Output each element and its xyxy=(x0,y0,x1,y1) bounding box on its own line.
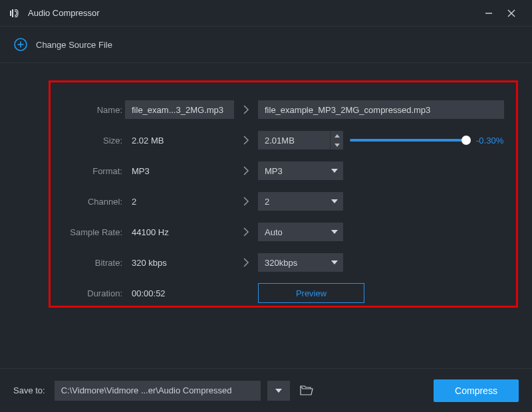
settings-panel: Name: file_exam...3_2MG.mp3 file_example… xyxy=(49,80,518,308)
size-percent: -0.30% xyxy=(476,136,503,146)
size-slider[interactable] xyxy=(350,139,467,142)
chevron-down-icon xyxy=(275,389,282,393)
preview-button[interactable]: Preview xyxy=(258,283,364,303)
row-name: Name: file_exam...3_2MG.mp3 file_example… xyxy=(59,94,508,125)
svg-marker-11 xyxy=(331,199,338,203)
add-source-icon[interactable] xyxy=(13,37,28,52)
format-dropdown-value: MP3 xyxy=(265,166,331,176)
open-folder-button[interactable] xyxy=(297,381,317,401)
titlebar: Audio Compressor xyxy=(0,0,532,27)
name-output-field[interactable]: file_example_MP3_2MG_compressed.mp3 xyxy=(258,100,504,119)
format-source-value: MP3 xyxy=(125,161,234,180)
bitrate-dropdown[interactable]: 320kbps xyxy=(258,253,343,272)
format-label: Format: xyxy=(59,166,125,176)
row-sample-rate: Sample Rate: 44100 Hz Auto xyxy=(59,217,508,247)
name-label: Name: xyxy=(59,105,125,115)
arrow-icon xyxy=(234,135,258,146)
bitrate-source-value: 320 kbps xyxy=(125,253,234,272)
chevron-down-icon xyxy=(331,199,338,203)
compress-button[interactable]: Compress xyxy=(434,379,519,402)
svg-marker-14 xyxy=(275,389,282,393)
bottom-bar: Save to: C:\Vidmore\Vidmore ...er\Audio … xyxy=(0,368,532,412)
channel-source-value: 2 xyxy=(125,192,234,211)
arrow-icon xyxy=(234,257,258,268)
size-slider-thumb[interactable] xyxy=(462,136,471,145)
save-path-dropdown-button[interactable] xyxy=(267,381,290,401)
arrow-icon xyxy=(234,165,258,176)
row-format: Format: MP3 MP3 xyxy=(59,155,508,186)
duration-label: Duration: xyxy=(59,288,125,298)
name-source-value: file_exam...3_2MG.mp3 xyxy=(125,100,234,119)
save-to-label: Save to: xyxy=(13,385,45,395)
sample-rate-dropdown[interactable]: Auto xyxy=(258,223,343,241)
arrow-icon xyxy=(234,104,258,115)
arrow-icon xyxy=(234,196,258,207)
channel-label: Channel: xyxy=(59,197,125,207)
app-title: Audio Compressor xyxy=(28,8,100,18)
chevron-down-icon xyxy=(331,260,338,264)
channel-dropdown-value: 2 xyxy=(265,197,331,207)
row-duration: Duration: 00:00:52 Preview xyxy=(59,278,508,308)
svg-rect-1 xyxy=(12,9,13,17)
svg-marker-13 xyxy=(331,260,338,264)
channel-dropdown[interactable]: 2 xyxy=(258,192,343,211)
svg-marker-9 xyxy=(334,144,340,147)
size-step-up[interactable] xyxy=(331,131,343,140)
format-dropdown[interactable]: MP3 xyxy=(258,161,343,180)
row-bitrate: Bitrate: 320 kbps 320kbps xyxy=(59,247,508,278)
minimize-button[interactable] xyxy=(477,3,500,23)
chevron-down-icon xyxy=(331,230,338,234)
size-output-spinner[interactable]: 2.01MB xyxy=(258,131,343,150)
arrow-icon xyxy=(234,227,258,237)
sample-rate-dropdown-value: Auto xyxy=(265,227,331,237)
svg-marker-10 xyxy=(331,169,338,173)
save-path-field[interactable]: C:\Vidmore\Vidmore ...er\Audio Compresse… xyxy=(55,381,261,401)
row-size: Size: 2.02 MB 2.01MB -0.30% xyxy=(59,125,508,155)
sample-rate-source-value: 44100 Hz xyxy=(125,223,234,241)
svg-marker-12 xyxy=(331,230,338,234)
chevron-down-icon xyxy=(331,169,338,173)
svg-rect-0 xyxy=(10,11,11,16)
change-source-row: Change Source File xyxy=(0,27,532,63)
row-channel: Channel: 2 2 xyxy=(59,186,508,217)
sample-rate-label: Sample Rate: xyxy=(59,227,125,237)
close-button[interactable] xyxy=(500,3,523,23)
svg-marker-8 xyxy=(334,134,340,138)
size-step-down[interactable] xyxy=(331,140,343,150)
bitrate-label: Bitrate: xyxy=(59,258,125,268)
size-source-value: 2.02 MB xyxy=(125,131,234,150)
app-logo-icon xyxy=(9,7,21,19)
size-output-value: 2.01MB xyxy=(258,136,330,146)
bitrate-dropdown-value: 320kbps xyxy=(265,258,331,268)
size-label: Size: xyxy=(59,136,125,146)
folder-icon xyxy=(300,385,313,396)
change-source-label[interactable]: Change Source File xyxy=(36,40,112,50)
duration-value: 00:00:52 xyxy=(125,284,234,302)
